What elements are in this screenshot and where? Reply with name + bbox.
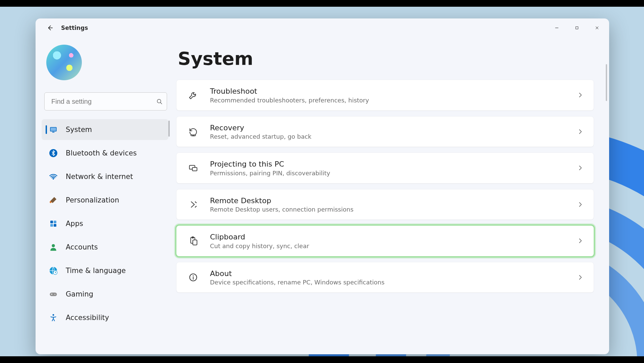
sidebar-scrollbar[interactable] (168, 121, 170, 137)
sidebar-item-label: Time & language (66, 267, 126, 275)
display-icon (48, 125, 58, 135)
user-avatar[interactable] (46, 45, 82, 80)
sidebar-item-time-language[interactable]: Time & language (42, 260, 168, 281)
sidebar-item-label: Accessibility (66, 314, 109, 322)
content-scrollbar[interactable] (606, 64, 607, 101)
sidebar-item-gaming[interactable]: Gaming (42, 284, 168, 305)
sidebar-item-label: Gaming (66, 290, 93, 298)
wifi-icon (48, 172, 58, 182)
nav: System Bluetooth & devices Network & int… (42, 119, 170, 351)
accessibility-icon (48, 313, 58, 323)
row-subtitle: Recommended troubleshooters, preferences… (210, 97, 577, 104)
row-title: Recovery (210, 123, 577, 133)
sidebar-item-label: Apps (66, 220, 83, 228)
bluetooth-icon (48, 148, 58, 158)
close-button[interactable] (587, 20, 607, 35)
chevron-right-icon (577, 128, 584, 135)
person-icon (48, 242, 58, 252)
minimize-button[interactable] (547, 20, 567, 35)
chevron-right-icon (577, 237, 584, 244)
paintbrush-icon (48, 195, 58, 205)
row-title: Clipboard (210, 232, 577, 242)
row-title: About (210, 269, 577, 278)
sidebar-item-network[interactable]: Network & internet (42, 166, 168, 187)
sidebar-item-accessibility[interactable]: Accessibility (42, 307, 168, 328)
sidebar-item-label: Network & internet (66, 173, 133, 181)
row-subtitle: Permissions, pairing PIN, discoverabilit… (210, 170, 577, 177)
row-subtitle: Remote Desktop users, connection permiss… (210, 206, 577, 213)
sidebar-item-apps[interactable]: Apps (42, 213, 168, 234)
search-box[interactable] (44, 92, 167, 110)
chevron-right-icon (577, 201, 584, 208)
sidebar-item-label: Personalization (66, 196, 119, 204)
sidebar-item-label: System (66, 126, 92, 134)
settings-window: Settings System (36, 18, 609, 354)
row-troubleshoot[interactable]: Troubleshoot Recommended troubleshooters… (176, 80, 594, 110)
search-input[interactable] (51, 97, 156, 106)
row-subtitle: Cut and copy history, sync, clear (210, 242, 577, 249)
wrench-icon (186, 88, 200, 102)
row-projecting[interactable]: Projecting to this PC Permissions, pairi… (176, 153, 594, 183)
chevron-right-icon (577, 274, 584, 281)
row-subtitle: Reset, advanced startup, go back (210, 133, 577, 140)
row-title: Troubleshoot (210, 87, 577, 96)
sidebar-item-label: Accounts (66, 243, 98, 251)
window-title: Settings (61, 25, 88, 31)
row-title: Projecting to this PC (210, 160, 577, 169)
recovery-icon (186, 125, 200, 138)
titlebar: Settings (36, 18, 609, 37)
row-about[interactable]: About Device specifications, rename PC, … (176, 262, 594, 293)
info-icon (186, 271, 200, 284)
chevron-right-icon (577, 92, 584, 98)
sidebar: System Bluetooth & devices Network & int… (36, 37, 173, 354)
window-controls (547, 20, 607, 35)
apps-icon (48, 219, 58, 229)
sidebar-item-bluetooth[interactable]: Bluetooth & devices (42, 143, 168, 164)
search-icon (156, 98, 163, 105)
row-title: Remote Desktop (210, 196, 577, 206)
project-icon (186, 161, 200, 175)
row-subtitle: Device specifications, rename PC, Window… (210, 279, 577, 286)
settings-rows: Troubleshoot Recommended troubleshooters… (176, 80, 594, 292)
remote-icon (186, 198, 200, 211)
gamepad-icon (48, 289, 58, 299)
globe-clock-icon (48, 266, 58, 276)
clipboard-icon (186, 234, 200, 247)
back-button[interactable] (43, 21, 57, 35)
sidebar-item-accounts[interactable]: Accounts (42, 237, 168, 258)
maximize-button[interactable] (567, 20, 587, 35)
row-recovery[interactable]: Recovery Reset, advanced startup, go bac… (176, 117, 594, 147)
sidebar-item-system[interactable]: System (42, 119, 168, 140)
page-heading: System (178, 48, 594, 69)
row-remote-desktop[interactable]: Remote Desktop Remote Desktop users, con… (176, 189, 594, 220)
sidebar-item-personalization[interactable]: Personalization (42, 190, 168, 211)
content: System Troubleshoot Recommended troubles… (173, 37, 609, 354)
row-clipboard[interactable]: Clipboard Cut and copy history, sync, cl… (176, 226, 594, 256)
sidebar-item-label: Bluetooth & devices (66, 149, 137, 157)
chevron-right-icon (577, 165, 584, 171)
